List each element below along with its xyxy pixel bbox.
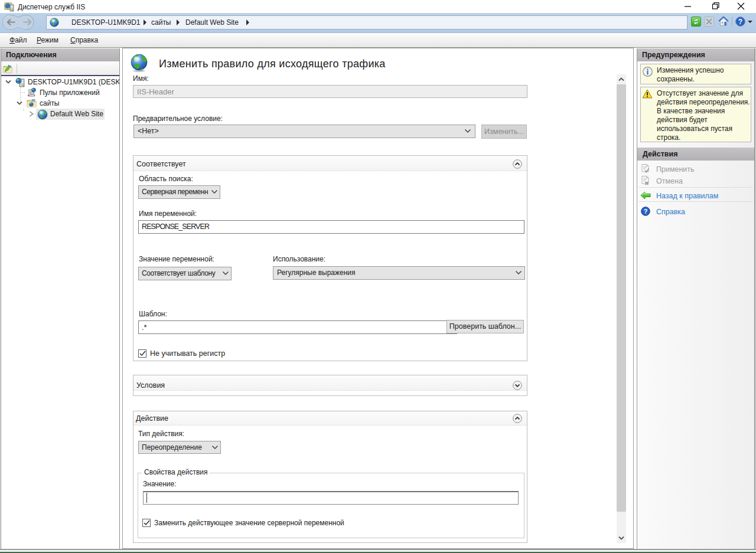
svg-text:?: ? xyxy=(644,208,648,215)
svg-text:?: ? xyxy=(738,18,742,26)
